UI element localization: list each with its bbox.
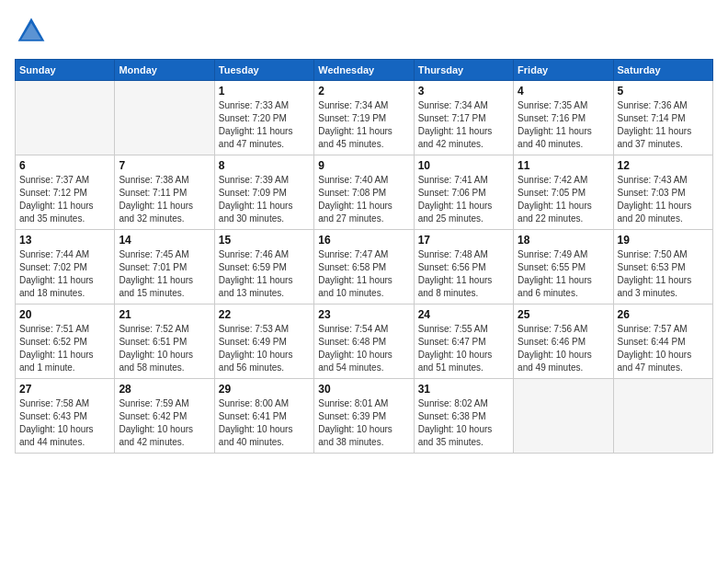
day-number: 27 — [19, 383, 110, 396]
day-info: Sunrise: 7:38 AM Sunset: 7:11 PM Dayligh… — [119, 174, 210, 225]
day-info: Sunrise: 7:44 AM Sunset: 7:02 PM Dayligh… — [19, 248, 110, 300]
calendar-cell: 4Sunrise: 7:35 AM Sunset: 7:16 PM Daylig… — [514, 81, 613, 155]
calendar-cell: 25Sunrise: 7:56 AM Sunset: 6:46 PM Dayli… — [514, 304, 613, 379]
day-info: Sunrise: 7:53 AM Sunset: 6:49 PM Dayligh… — [219, 323, 310, 374]
calendar-table: SundayMondayTuesdayWednesdayThursdayFrid… — [15, 59, 713, 454]
day-info: Sunrise: 8:02 AM Sunset: 6:38 PM Dayligh… — [418, 397, 509, 449]
day-number: 9 — [318, 159, 409, 172]
day-of-week-tuesday: Tuesday — [214, 60, 313, 81]
day-number: 29 — [219, 383, 310, 396]
calendar-cell: 5Sunrise: 7:36 AM Sunset: 7:14 PM Daylig… — [613, 81, 712, 155]
logo-icon — [15, 15, 48, 48]
calendar-cell — [16, 81, 115, 155]
calendar-cell — [115, 81, 214, 155]
logo — [15, 15, 51, 48]
day-number: 15 — [219, 234, 310, 247]
calendar-cell: 17Sunrise: 7:48 AM Sunset: 6:56 PM Dayli… — [414, 230, 513, 304]
calendar-cell: 27Sunrise: 7:58 AM Sunset: 6:43 PM Dayli… — [16, 379, 115, 454]
day-number: 31 — [418, 383, 509, 396]
day-info: Sunrise: 7:37 AM Sunset: 7:12 PM Dayligh… — [19, 174, 110, 225]
day-info: Sunrise: 7:51 AM Sunset: 6:52 PM Dayligh… — [19, 323, 110, 374]
week-row-1: 1Sunrise: 7:33 AM Sunset: 7:20 PM Daylig… — [16, 81, 713, 155]
day-number: 24 — [418, 308, 509, 321]
calendar-cell: 9Sunrise: 7:40 AM Sunset: 7:08 PM Daylig… — [314, 155, 414, 230]
day-number: 26 — [618, 308, 709, 321]
calendar-cell: 28Sunrise: 7:59 AM Sunset: 6:42 PM Dayli… — [115, 379, 214, 454]
day-info: Sunrise: 7:54 AM Sunset: 6:48 PM Dayligh… — [318, 323, 409, 374]
day-of-week-saturday: Saturday — [613, 60, 712, 81]
calendar-cell: 18Sunrise: 7:49 AM Sunset: 6:55 PM Dayli… — [514, 230, 613, 304]
calendar-cell: 22Sunrise: 7:53 AM Sunset: 6:49 PM Dayli… — [214, 304, 313, 379]
day-info: Sunrise: 7:43 AM Sunset: 7:03 PM Dayligh… — [618, 174, 709, 225]
day-number: 5 — [618, 85, 709, 98]
day-info: Sunrise: 7:35 AM Sunset: 7:16 PM Dayligh… — [518, 99, 609, 151]
day-info: Sunrise: 7:49 AM Sunset: 6:55 PM Dayligh… — [518, 248, 609, 300]
day-info: Sunrise: 7:41 AM Sunset: 7:06 PM Dayligh… — [418, 174, 509, 225]
day-of-week-thursday: Thursday — [414, 60, 513, 81]
calendar-cell: 15Sunrise: 7:46 AM Sunset: 6:59 PM Dayli… — [214, 230, 313, 304]
calendar-cell: 30Sunrise: 8:01 AM Sunset: 6:39 PM Dayli… — [314, 379, 414, 454]
day-info: Sunrise: 7:45 AM Sunset: 7:01 PM Dayligh… — [119, 248, 210, 300]
day-number: 18 — [518, 234, 609, 247]
day-info: Sunrise: 7:40 AM Sunset: 7:08 PM Dayligh… — [318, 174, 409, 225]
day-number: 28 — [119, 383, 210, 396]
day-number: 2 — [318, 85, 409, 98]
day-info: Sunrise: 7:42 AM Sunset: 7:05 PM Dayligh… — [518, 174, 609, 225]
day-number: 19 — [618, 234, 709, 247]
calendar-cell: 11Sunrise: 7:42 AM Sunset: 7:05 PM Dayli… — [514, 155, 613, 230]
day-number: 21 — [119, 308, 210, 321]
day-info: Sunrise: 7:50 AM Sunset: 6:53 PM Dayligh… — [618, 248, 709, 300]
day-number: 8 — [219, 159, 310, 172]
day-number: 10 — [418, 159, 509, 172]
calendar-cell: 7Sunrise: 7:38 AM Sunset: 7:11 PM Daylig… — [115, 155, 214, 230]
calendar-cell: 29Sunrise: 8:00 AM Sunset: 6:41 PM Dayli… — [214, 379, 313, 454]
day-number: 22 — [219, 308, 310, 321]
day-number: 12 — [618, 159, 709, 172]
week-row-3: 13Sunrise: 7:44 AM Sunset: 7:02 PM Dayli… — [16, 230, 713, 304]
day-number: 17 — [418, 234, 509, 247]
week-row-5: 27Sunrise: 7:58 AM Sunset: 6:43 PM Dayli… — [16, 379, 713, 454]
day-of-week-monday: Monday — [115, 60, 214, 81]
day-of-week-friday: Friday — [514, 60, 613, 81]
calendar-cell: 16Sunrise: 7:47 AM Sunset: 6:58 PM Dayli… — [314, 230, 414, 304]
day-info: Sunrise: 7:34 AM Sunset: 7:19 PM Dayligh… — [318, 99, 409, 151]
calendar-cell — [613, 379, 712, 454]
day-info: Sunrise: 7:36 AM Sunset: 7:14 PM Dayligh… — [618, 99, 709, 151]
calendar-body: 1Sunrise: 7:33 AM Sunset: 7:20 PM Daylig… — [16, 81, 713, 454]
calendar-cell — [514, 379, 613, 454]
calendar-cell: 3Sunrise: 7:34 AM Sunset: 7:17 PM Daylig… — [414, 81, 513, 155]
day-info: Sunrise: 8:01 AM Sunset: 6:39 PM Dayligh… — [318, 397, 409, 449]
day-number: 13 — [19, 234, 110, 247]
calendar-cell: 1Sunrise: 7:33 AM Sunset: 7:20 PM Daylig… — [214, 81, 313, 155]
day-info: Sunrise: 8:00 AM Sunset: 6:41 PM Dayligh… — [219, 397, 310, 449]
day-info: Sunrise: 7:58 AM Sunset: 6:43 PM Dayligh… — [19, 397, 110, 449]
day-number: 4 — [518, 85, 609, 98]
calendar-cell: 20Sunrise: 7:51 AM Sunset: 6:52 PM Dayli… — [16, 304, 115, 379]
day-number: 25 — [518, 308, 609, 321]
calendar-cell: 23Sunrise: 7:54 AM Sunset: 6:48 PM Dayli… — [314, 304, 414, 379]
day-of-week-wednesday: Wednesday — [314, 60, 414, 81]
calendar-cell: 8Sunrise: 7:39 AM Sunset: 7:09 PM Daylig… — [214, 155, 313, 230]
calendar-header: SundayMondayTuesdayWednesdayThursdayFrid… — [16, 60, 713, 81]
day-number: 7 — [119, 159, 210, 172]
day-info: Sunrise: 7:55 AM Sunset: 6:47 PM Dayligh… — [418, 323, 509, 374]
day-of-week-sunday: Sunday — [16, 60, 115, 81]
calendar-cell: 12Sunrise: 7:43 AM Sunset: 7:03 PM Dayli… — [613, 155, 712, 230]
calendar-cell: 14Sunrise: 7:45 AM Sunset: 7:01 PM Dayli… — [115, 230, 214, 304]
day-info: Sunrise: 7:57 AM Sunset: 6:44 PM Dayligh… — [618, 323, 709, 374]
day-info: Sunrise: 7:39 AM Sunset: 7:09 PM Dayligh… — [219, 174, 310, 225]
page-header — [15, 15, 713, 48]
day-number: 20 — [19, 308, 110, 321]
day-number: 11 — [518, 159, 609, 172]
day-number: 30 — [318, 383, 409, 396]
days-of-week-row: SundayMondayTuesdayWednesdayThursdayFrid… — [16, 60, 713, 81]
day-number: 14 — [119, 234, 210, 247]
day-info: Sunrise: 7:52 AM Sunset: 6:51 PM Dayligh… — [119, 323, 210, 374]
calendar-cell: 2Sunrise: 7:34 AM Sunset: 7:19 PM Daylig… — [314, 81, 414, 155]
calendar-cell: 21Sunrise: 7:52 AM Sunset: 6:51 PM Dayli… — [115, 304, 214, 379]
week-row-2: 6Sunrise: 7:37 AM Sunset: 7:12 PM Daylig… — [16, 155, 713, 230]
week-row-4: 20Sunrise: 7:51 AM Sunset: 6:52 PM Dayli… — [16, 304, 713, 379]
day-info: Sunrise: 7:47 AM Sunset: 6:58 PM Dayligh… — [318, 248, 409, 300]
calendar-cell: 13Sunrise: 7:44 AM Sunset: 7:02 PM Dayli… — [16, 230, 115, 304]
day-info: Sunrise: 7:56 AM Sunset: 6:46 PM Dayligh… — [518, 323, 609, 374]
